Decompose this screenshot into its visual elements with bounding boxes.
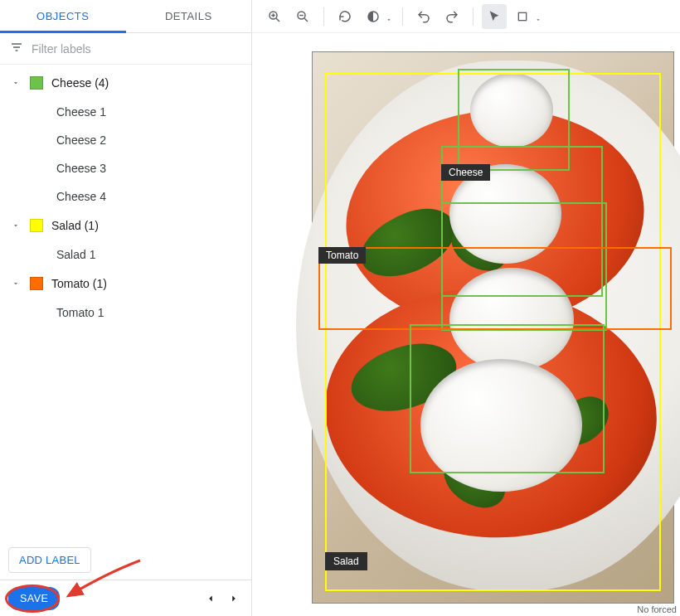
zoom-out-icon[interactable] xyxy=(290,4,315,29)
toolbar-separator xyxy=(473,7,474,26)
svg-line-5 xyxy=(304,18,308,22)
label-item[interactable]: Cheese 1 xyxy=(0,98,251,126)
toolbar-separator xyxy=(402,7,403,26)
save-button[interactable]: SAVE xyxy=(8,587,60,610)
label-group-header[interactable]: Salad (1) xyxy=(0,211,251,240)
label-group-name: Tomato (1) xyxy=(51,277,107,290)
chevron-down-icon xyxy=(386,12,392,27)
pointer-tool-icon[interactable] xyxy=(482,4,507,29)
filter-icon xyxy=(8,41,25,57)
add-label-button[interactable]: ADD LABEL xyxy=(8,547,91,573)
label-item[interactable]: Tomato 1 xyxy=(0,298,251,327)
status-text: No forced xyxy=(637,604,677,614)
filter-labels-input[interactable] xyxy=(32,42,243,56)
chevron-down-icon xyxy=(535,12,542,27)
label-item[interactable]: Cheese 4 xyxy=(0,182,251,211)
label-item[interactable]: Cheese 3 xyxy=(0,154,251,182)
label-item[interactable]: Cheese 2 xyxy=(0,126,251,154)
chevron-down-icon xyxy=(12,279,22,288)
rotate-icon[interactable] xyxy=(333,4,357,29)
zoom-in-icon[interactable] xyxy=(262,4,287,29)
svg-rect-8 xyxy=(518,12,526,20)
label-group-name: Salad (1) xyxy=(51,219,99,232)
svg-line-1 xyxy=(276,18,279,22)
bounding-box-tool-icon[interactable] xyxy=(510,4,535,29)
tab-objects[interactable]: OBJECTS xyxy=(0,0,126,32)
toolbar-separator xyxy=(323,7,324,26)
color-swatch xyxy=(30,76,43,90)
color-swatch xyxy=(30,219,43,232)
label-group-header[interactable]: Tomato (1) xyxy=(0,269,251,298)
image-canvas[interactable]: CheeseTomatoSalad No forced xyxy=(252,33,680,616)
label-group-header[interactable]: Cheese (4) xyxy=(0,68,251,98)
brightness-icon[interactable] xyxy=(361,4,386,29)
chevron-down-icon xyxy=(12,79,22,87)
annotated-image: CheeseTomatoSalad xyxy=(312,51,674,604)
bbox-label: Salad xyxy=(325,552,367,570)
undo-icon[interactable] xyxy=(411,4,436,29)
color-swatch xyxy=(30,277,43,290)
label-group-name: Cheese (4) xyxy=(51,76,109,90)
label-item[interactable]: Salad 1 xyxy=(0,240,251,269)
label-list: Cheese (4)Cheese 1Cheese 2Cheese 3Cheese… xyxy=(0,65,251,541)
tab-details[interactable]: DETAILS xyxy=(126,0,252,32)
next-button[interactable] xyxy=(225,589,243,608)
prev-button[interactable] xyxy=(202,589,220,608)
redo-icon[interactable] xyxy=(440,4,464,29)
chevron-down-icon xyxy=(12,221,22,230)
